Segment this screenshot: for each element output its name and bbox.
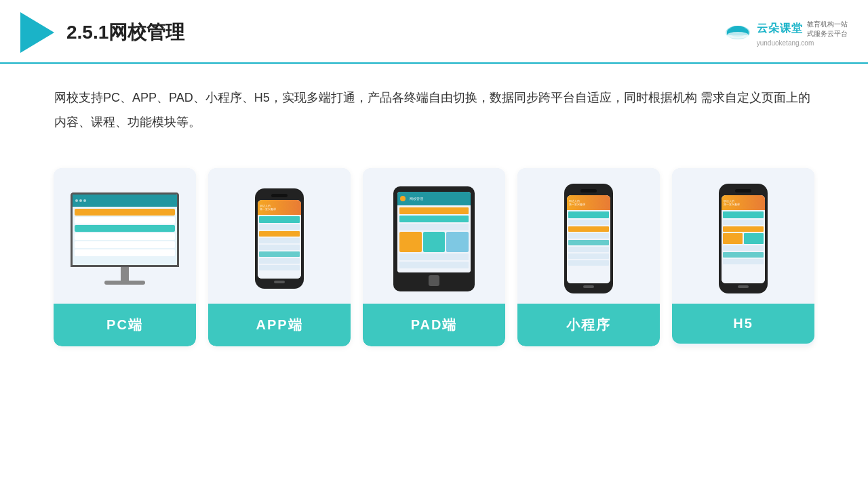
phone-header: 职达人的第一堂兴趣课: [567, 195, 610, 210]
phone-row: [259, 231, 300, 237]
tablet-row: [399, 224, 469, 230]
phone-mockup-app: 职达人的第一堂兴趣课: [255, 188, 304, 289]
phone-row: [568, 226, 609, 232]
description-text: 网校支持PC、APP、PAD、小程序、H5，实现多端打通，产品各终端自由切换，数…: [0, 64, 868, 148]
brand-tagline: 教育机构一站 式服务云平台: [807, 20, 848, 39]
phone-row: [259, 238, 300, 243]
phone-row: [568, 240, 609, 245]
phone-row: [723, 245, 764, 251]
card-pad: 网校管理: [363, 168, 505, 346]
tablet-row: [399, 262, 469, 268]
tablet-header: 网校管理: [397, 192, 471, 205]
tablet-cell: [423, 232, 446, 252]
phone-row: [259, 265, 300, 270]
tablet-header-text: 网校管理: [410, 197, 423, 201]
phone-body: [722, 210, 765, 283]
card-app: 职达人的第一堂兴趣课 APP端: [208, 168, 351, 346]
phone-row: [259, 245, 300, 250]
phone-mockup-miniapp: 职达人的第一堂兴趣课: [564, 184, 613, 293]
phone-header-text: 职达人的第一堂兴趣课: [724, 199, 740, 206]
content-row: [75, 249, 175, 256]
card-miniapp-label: 小程序: [517, 304, 660, 346]
tablet-screen: 网校管理: [397, 192, 471, 272]
page-title: 2.5.1网校管理: [66, 20, 184, 45]
logo-icon: [20, 12, 54, 53]
cloud-logo-icon: [723, 19, 753, 39]
tablet-row: [399, 253, 469, 260]
card-h5: 职达人的第一堂兴趣课: [672, 168, 814, 346]
phone-row: [568, 220, 609, 225]
card-pc-label: PC端: [54, 304, 196, 346]
card-h5-image: 职达人的第一堂兴趣课: [672, 168, 814, 304]
tablet-row: [399, 216, 469, 222]
phone-grid: [723, 233, 764, 244]
card-miniapp: 职达人的第一堂兴趣课 小程序: [517, 168, 660, 346]
phone-body: [567, 210, 610, 283]
header: 2.5.1网校管理 云朵课堂 教育机构一站 式服务云平台 yunduoketan…: [0, 0, 868, 64]
content-row: [75, 209, 175, 216]
phone-row: [568, 260, 609, 266]
tablet-cell: [399, 232, 422, 252]
tablet-grid: [399, 232, 469, 252]
svg-point-6: [727, 32, 749, 39]
card-app-image: 职达人的第一堂兴趣课: [208, 168, 351, 304]
card-h5-label: H5: [672, 304, 814, 344]
card-pc-image: [54, 168, 196, 304]
phone-header-text: 职达人的第一堂兴趣课: [569, 199, 585, 206]
phone-header-text: 职达人的第一堂兴趣课: [260, 204, 276, 211]
card-miniapp-image: 职达人的第一堂兴趣课: [517, 168, 660, 304]
content-row: [75, 233, 175, 240]
phone-screen: 职达人的第一堂兴趣课: [567, 195, 610, 283]
phone-notch: [580, 189, 597, 192]
desktop-screen: [71, 192, 179, 267]
phone-mockup-h5: 职达人的第一堂兴趣课: [719, 184, 768, 293]
phone-screen: 职达人的第一堂兴趣课: [258, 200, 301, 279]
nav-dot: [79, 199, 82, 202]
phone-cell: [744, 233, 764, 244]
brand-area: 云朵课堂 教育机构一站 式服务云平台 yunduoketang.com: [723, 19, 848, 47]
phone-header: 职达人的第一堂兴趣课: [258, 200, 301, 215]
phone-row: [568, 211, 609, 218]
phone-row: [723, 211, 764, 218]
nav-dot: [83, 199, 86, 202]
phone-cell: [723, 233, 743, 244]
phone-home-btn: [583, 285, 594, 288]
description-content: 网校支持PC、APP、PAD、小程序、H5，实现多端打通，产品各终端自由切换，数…: [54, 91, 810, 129]
phone-header: 职达人的第一堂兴趣课: [722, 195, 765, 210]
desktop-mockup: [71, 192, 179, 285]
phone-row: [568, 253, 609, 259]
card-pad-label: PAD端: [363, 304, 505, 346]
cards-container: PC端 职达人的第一堂兴趣课: [0, 148, 868, 367]
card-pc: PC端: [54, 168, 196, 346]
content-row: [75, 217, 175, 224]
phone-row: [723, 220, 764, 225]
phone-home-btn: [738, 285, 749, 288]
card-app-label: APP端: [208, 304, 351, 346]
phone-row: [259, 258, 300, 264]
phone-body: [258, 215, 301, 279]
tablet-cell: [446, 232, 469, 252]
nav-dot: [75, 199, 78, 202]
phone-row: [259, 224, 300, 230]
content-row: [75, 225, 175, 232]
content-row: [75, 241, 175, 248]
phone-notch: [735, 189, 751, 192]
desktop-nav: [73, 195, 177, 207]
desktop-base: [104, 281, 145, 285]
desktop-content: [73, 207, 177, 265]
tablet-body: [397, 205, 471, 272]
brand-url: yunduoketang.com: [757, 39, 814, 47]
phone-row: [568, 233, 609, 239]
phone-screen: 职达人的第一堂兴趣课: [722, 195, 765, 283]
phone-home-btn: [274, 281, 285, 283]
phone-row: [723, 252, 764, 258]
phone-row: [568, 247, 609, 252]
tablet-mockup: 网校管理: [393, 186, 475, 291]
phone-row: [723, 259, 764, 264]
tablet-row: [399, 207, 469, 214]
phone-row: [723, 226, 764, 232]
desktop-stand: [121, 267, 129, 281]
phone-row: [259, 216, 300, 223]
brand-name: 云朵课堂: [757, 22, 803, 36]
brand-logo: 云朵课堂 教育机构一站 式服务云平台: [723, 19, 848, 39]
